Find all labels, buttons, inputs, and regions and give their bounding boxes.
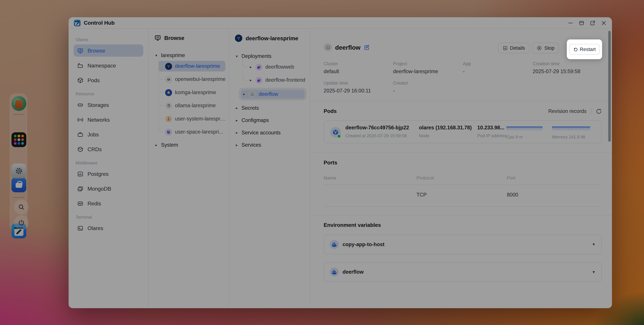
restart-button[interactable]: Restart (569, 44, 600, 55)
restart-button-label: Restart (580, 47, 596, 52)
restart-icon (573, 47, 578, 52)
restart-highlight: Restart (567, 40, 602, 59)
screen: Control Hub Ol (0, 0, 644, 325)
dim-overlay (0, 0, 644, 325)
